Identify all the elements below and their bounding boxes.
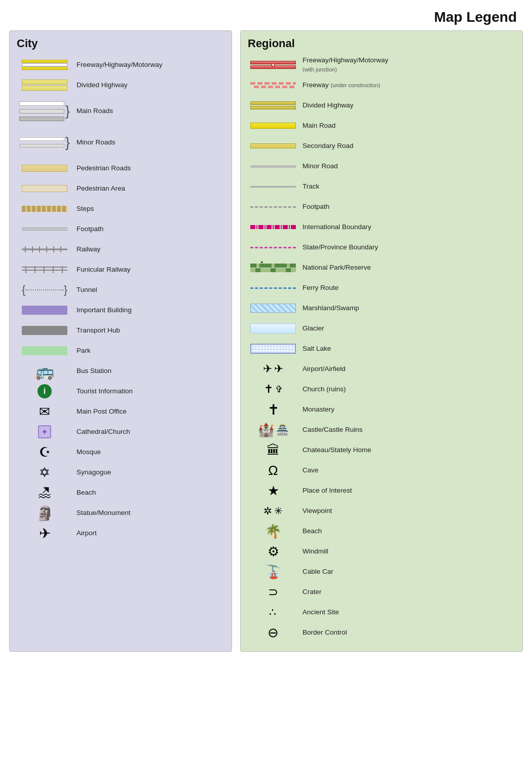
reg-state-boundary-label: State/Province Boundary [298,243,378,252]
tunnel-label: Tunnel [72,285,97,294]
steps-symbol [17,206,72,212]
list-item: Ω Cave [248,461,515,480]
minor-roads-symbol: } [17,135,72,150]
list-item: + Cathedral/Church [17,422,224,441]
list-item: Freeway (under construction) [248,76,515,95]
list-item: ✡ Synagogue [17,463,224,482]
reg-crater-label: Crater [298,587,322,597]
list-item: Railway [17,240,224,259]
cathedral-symbol: + [17,425,72,438]
border-control-icon: ⊖ [268,625,279,641]
reg-border-control-label: Border Control [298,628,347,637]
reg-intl-boundary-symbol [248,225,298,229]
list-item: { } Tunnel [17,280,224,300]
list-item: Marshland/Swamp [248,299,515,318]
list-item: Glacier [248,319,515,338]
crater-icon: ⊃ [268,585,278,599]
list-item: Ferry Route [248,278,515,298]
park-symbol [17,346,72,355]
statue-label: Statue/Monument [72,508,131,517]
mosque-symbol: ☪ [17,445,72,460]
list-item: ☪ Mosque [17,442,224,462]
reg-glacier-symbol [248,323,298,334]
list-item: Transport Hub [17,321,224,340]
bus-icon: 🚌 [35,362,54,380]
cave-icon: Ω [268,463,278,478]
airplane2-icon: ✈ [274,362,283,376]
statue-symbol: 🗿 [17,505,72,522]
park-label: Park [72,346,91,355]
list-item: ✝ ✞ Church (ruins) [248,380,515,399]
reg-ferry-symbol [248,287,298,289]
legend-columns: City Freeway/Highway/Motorway Divided Hi… [0,30,532,662]
airport-city-label: Airport [72,529,97,538]
beach-city-symbol: 🏖 [17,485,72,501]
divided-hw-symbol [17,80,72,91]
mail-icon: ✉ [39,404,50,420]
reg-footpath-symbol [248,206,298,208]
reg-windmill-symbol: ⚙ [248,544,298,560]
list-item: ✝ Monastery [248,400,515,419]
reg-cable-car-symbol: 🚡 [248,564,298,580]
list-item: 🏖 Beach [17,483,224,502]
reg-fw-construct-label: Freeway (under construction) [298,81,380,90]
list-item: ∴ Ancient Site [248,603,515,622]
cross-outline-icon: ✞ [275,384,283,395]
viewpoint-icon1: ✲ [263,505,272,517]
reg-marsh-symbol [248,304,298,313]
monastery-cross-icon: ✝ [268,401,279,418]
reg-place-interest-label: Place of Interest [298,486,352,495]
tunnel-symbol: { } [17,285,72,294]
main-roads-symbol: } [17,101,72,121]
main-roads-label: Main Roads [72,106,113,116]
reg-glacier-label: Glacier [298,324,324,333]
cathedral-label: Cathedral/Church [72,427,130,436]
ped-roads-label: Pedestrian Roads [72,164,131,173]
ped-roads-symbol [17,165,72,172]
reg-viewpoint-symbol: ✲ ✳ [248,505,298,517]
reg-place-interest-symbol: ★ [248,483,298,499]
crescent-icon: ☪ [39,445,51,460]
list-item: Footpath [17,219,224,239]
reg-minor-road-symbol [248,165,298,168]
reg-border-control-symbol: ⊖ [248,625,298,641]
post-office-label: Main Post Office [72,407,127,416]
reg-airport-symbol: ✈ ✈ [248,362,298,376]
reg-ancient-site-label: Ancient Site [298,608,339,617]
reg-track-symbol [248,186,298,188]
castle-ruins-icon: 🏯 [276,424,289,436]
list-item: 🚌 Bus Station [17,361,224,381]
ped-area-label: Pedestrian Area [72,184,125,193]
list-item: 🏛 Chateau/Stately Home [248,440,515,460]
reg-windmill-label: Windmill [298,547,328,556]
list-item: Freeway/Highway/Motorway [17,55,224,75]
minor-roads-label: Minor Roads [72,138,116,147]
page-title: Map Legend [0,0,532,30]
city-column: City Freeway/Highway/Motorway Divided Hi… [9,30,232,652]
reg-div-hw-label: Divided Highway [298,101,354,110]
list-item: Minor Road [248,157,515,176]
list-item: Secondary Road [248,136,515,156]
reg-viewpoint-label: Viewpoint [298,506,332,515]
list-item: Important Building [17,301,224,320]
funicular-symbol [17,266,72,273]
reg-minor-road-label: Minor Road [298,162,338,171]
list-item: } Main Roads [17,96,224,126]
beach-city-label: Beach [72,488,96,497]
reg-beach-label: Beach [298,527,322,536]
reg-chateau-label: Chateau/Stately Home [298,446,371,455]
list-item: Salt Lake [248,339,515,358]
list-item: International Boundary [248,217,515,237]
castle-icon: 🏰 [258,422,274,438]
list-item: ✉ Main Post Office [17,402,224,421]
regional-column: Regional Freeway/Highway/Motorway (with … [240,30,523,652]
imp-building-label: Important Building [72,306,132,315]
star-icon: ★ [268,483,279,499]
list-item: Freeway/Highway/Motorway (with junction) [248,55,515,75]
windmill-icon: ⚙ [268,544,279,560]
list-item: Divided Highway [248,96,515,115]
reg-main-road-label: Main Road [298,121,335,130]
reg-intl-boundary-label: International Boundary [298,223,371,232]
transport-hub-symbol [17,326,72,335]
tourist-info-symbol: i [17,384,72,398]
